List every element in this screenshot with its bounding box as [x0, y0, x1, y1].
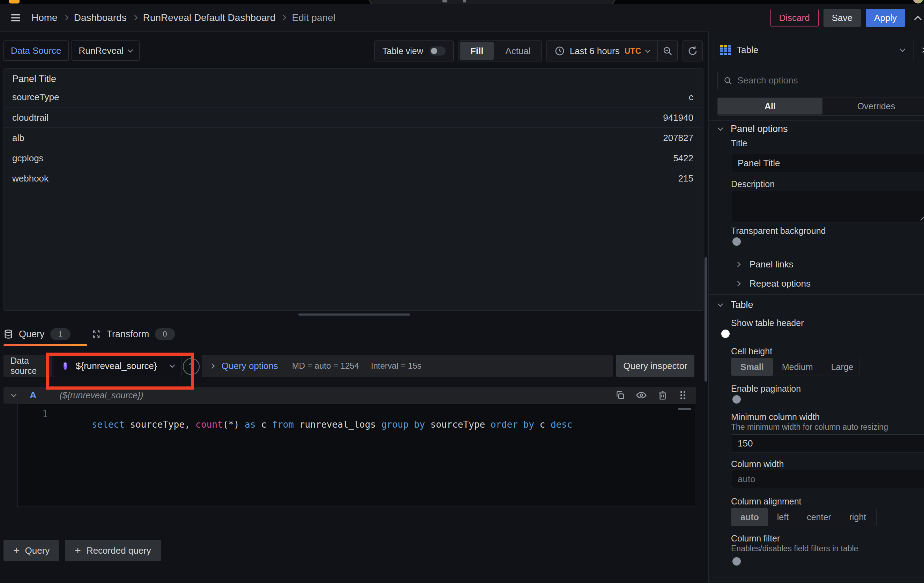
search-icon — [723, 76, 733, 85]
repeat-options-section[interactable]: Repeat options — [736, 275, 810, 292]
cell-height-large[interactable]: Large — [822, 358, 863, 376]
query-datasource-picker[interactable]: ${runreveal_source} — [53, 355, 182, 377]
table-section-heading: Table — [731, 299, 753, 310]
breadcrumb-current-page: Edit panel — [292, 12, 335, 23]
breadcrumb-separator — [64, 15, 68, 21]
align-right[interactable]: right — [840, 508, 876, 526]
delete-query-trash-icon[interactable] — [657, 390, 668, 400]
time-range-button[interactable]: Last 6 hours UTC — [547, 46, 657, 56]
discard-button[interactable]: Discard — [771, 9, 818, 27]
table-row: webhook 215 — [4, 168, 703, 188]
query-datasource-label: Data source — [3, 355, 52, 377]
column-width-input[interactable] — [731, 470, 924, 488]
row-divider — [721, 254, 924, 254]
panel-resize-handle[interactable] — [299, 314, 410, 315]
tab-query-count-badge: 1 — [50, 328, 71, 340]
interval-text: Interval = 15s — [371, 361, 422, 371]
sql-token: * — [228, 419, 234, 430]
tab-all[interactable]: All — [718, 98, 822, 114]
panel-options-section-header[interactable]: Panel options — [718, 123, 788, 135]
breadcrumb-dashboard-name[interactable]: RunReveal Default Dashboard — [143, 12, 276, 23]
search-input[interactable] — [737, 72, 905, 89]
tab-query-label: Query — [19, 329, 45, 340]
avatar-fragment — [913, 0, 923, 3]
query-options-bar[interactable]: Query options MD = auto = 1254 Interval … — [202, 355, 613, 377]
chevron-down-icon — [718, 125, 723, 130]
duplicate-query-icon[interactable] — [615, 390, 625, 400]
viz-name: Table — [737, 45, 758, 56]
enable-pagination-label: Enable pagination — [731, 384, 801, 394]
datasource-help-icon[interactable]: ? — [183, 358, 200, 375]
table-view-toggle[interactable] — [429, 46, 446, 56]
chevron-down-icon — [170, 362, 175, 368]
sql-code-editor[interactable]: 1 select sourceType, count(*) as c from … — [17, 403, 695, 507]
cell-sourcetype: alb — [12, 128, 25, 148]
save-button[interactable]: Save — [823, 9, 861, 27]
column-header-c[interactable]: c — [689, 87, 693, 107]
timezone-text: UTC — [625, 46, 641, 56]
panel-options-heading: Panel options — [731, 124, 788, 134]
panel-title-input[interactable] — [731, 154, 924, 172]
tab-query[interactable]: Query 1 — [3, 328, 71, 340]
cell-height-small[interactable]: Small — [731, 358, 773, 376]
textarea-resize-corner[interactable] — [920, 216, 924, 221]
chevron-down-icon — [900, 46, 906, 52]
tab-overrides[interactable]: Overrides — [822, 101, 924, 111]
navbar-divider — [910, 12, 911, 24]
scrollbar-thumb[interactable] — [705, 257, 707, 382]
cell-height-medium[interactable]: Medium — [773, 358, 822, 376]
min-column-width-input[interactable] — [731, 434, 924, 453]
table-footer-section-header[interactable]: Table footer — [718, 581, 780, 583]
query-options-label: Query options — [221, 361, 278, 372]
add-query-button[interactable]: + Query — [3, 540, 59, 562]
breadcrumb-dashboards[interactable]: Dashboards — [74, 12, 127, 23]
chevron-up-icon[interactable] — [914, 16, 922, 23]
align-left[interactable]: left — [768, 508, 798, 526]
tab-transform[interactable]: Transform 0 — [91, 328, 175, 340]
time-range-text: Last 6 hours — [570, 46, 620, 56]
editor-resize-handle[interactable] — [678, 408, 691, 410]
column-header-sourcetype[interactable]: sourceType — [12, 87, 59, 107]
sql-token: select — [92, 419, 130, 430]
fill-option[interactable]: Fill — [460, 42, 494, 60]
options-search[interactable] — [718, 71, 924, 90]
panel-preview: Panel Title sourceType c cloudtrail 9419… — [3, 68, 703, 311]
chevron-right-icon — [210, 363, 215, 369]
align-center[interactable]: center — [798, 508, 840, 526]
query-inspector-button[interactable]: Query inspector — [616, 355, 695, 377]
apply-button[interactable]: Apply — [866, 9, 905, 27]
collapse-query-icon[interactable] — [11, 391, 17, 397]
menu-icon[interactable] — [10, 12, 21, 24]
refresh-icon[interactable] — [683, 41, 703, 61]
breadcrumb-home[interactable]: Home — [31, 12, 58, 23]
clock-icon — [554, 46, 565, 56]
hide-query-eye-icon[interactable] — [636, 390, 647, 401]
zoom-out-icon[interactable] — [658, 41, 677, 61]
address-bar-icon-fragment — [463, 0, 466, 2]
database-icon — [3, 329, 13, 339]
sql-token: c — [261, 419, 272, 430]
cell-sourcetype: webhook — [12, 168, 48, 188]
query-ref-id[interactable]: A — [30, 390, 36, 401]
options-filter-tabs: All Overrides — [718, 97, 924, 116]
add-recorded-query-button[interactable]: + Recorded query — [65, 540, 161, 562]
drag-query-grip-icon[interactable] — [678, 390, 687, 400]
sql-token: c — [540, 419, 551, 430]
template-var-picker[interactable]: RunReveal — [71, 41, 140, 61]
cell-count: 215 — [678, 168, 693, 188]
grafana-edit-panel-screen: Home Dashboards RunReveal Default Dashbo… — [0, 0, 924, 583]
title-label: Title — [731, 138, 747, 149]
description-textarea[interactable] — [731, 191, 924, 222]
table-view-toggle-group: Table view — [375, 41, 454, 61]
panel-links-section[interactable]: Panel links — [736, 256, 794, 273]
viz-picker[interactable]: Table — [714, 40, 924, 60]
transparent-background-label: Transparent background — [731, 226, 826, 236]
min-column-width-description: The minimum width for column auto resizi… — [731, 423, 888, 432]
table-row: cloudtrail 941940 — [4, 107, 703, 128]
align-auto[interactable]: auto — [731, 508, 768, 526]
actual-option[interactable]: Actual — [495, 46, 541, 56]
table-section-header[interactable]: Table — [718, 299, 753, 311]
min-column-width-label: Minimum column width — [731, 412, 820, 422]
collapse-pane-icon[interactable] — [920, 47, 924, 53]
panel-title[interactable]: Panel Title — [12, 74, 56, 84]
